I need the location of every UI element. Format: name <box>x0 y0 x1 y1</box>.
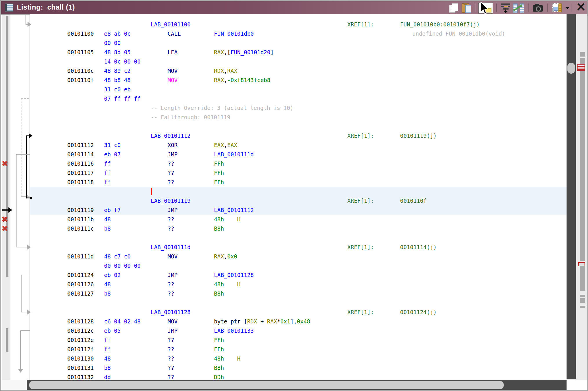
function-signature-field[interactable]: undefined FUN_00101db0(void) <box>412 29 505 38</box>
operand-field[interactable]: FUN_00101db0 <box>214 29 254 38</box>
listing-row[interactable]: 00101117ff??FFh <box>30 168 567 178</box>
bytes-field[interactable]: b8 <box>104 289 111 298</box>
vertical-scrollbar-thumb[interactable] <box>567 63 575 74</box>
listing-row[interactable]: 0010112fff??FFh <box>30 345 567 354</box>
label-field[interactable]: LAB_00101112 <box>151 131 190 140</box>
listing-row[interactable] <box>30 122 567 131</box>
listing-row[interactable]: 00101132dd??DDh <box>30 372 567 380</box>
listing-row[interactable]: 00101119eb f7JMPLAB_00101112 <box>30 205 567 215</box>
listing-panel[interactable]: LAB_00101100XREF[1]:FUN_001010b0:001010f… <box>30 14 567 380</box>
address-field[interactable]: 00101117 <box>67 168 94 178</box>
operand-field[interactable]: FFh <box>214 335 224 345</box>
operand-field[interactable]: LAB_00101128 <box>214 270 254 280</box>
mnemonic-field[interactable]: ?? <box>168 178 174 187</box>
mnemonic-field[interactable]: ?? <box>168 345 174 354</box>
close-button[interactable]: × <box>576 2 586 11</box>
mnemonic-field[interactable]: ?? <box>168 168 174 178</box>
listing-row[interactable]: -- Fallthrough: 00101119 <box>30 113 567 122</box>
address-field[interactable]: 00101105 <box>67 48 94 57</box>
mnemonic-field[interactable]: MOV <box>168 317 177 326</box>
mnemonic-field[interactable]: JMP <box>168 205 177 215</box>
mnemonic-field[interactable]: ?? <box>168 354 174 363</box>
bytes-field[interactable]: eb 02 <box>104 270 121 280</box>
xref-field[interactable]: 00101114(j) <box>400 242 437 252</box>
listing-row[interactable]: 0010111cb8??B8h <box>30 224 567 233</box>
diff-view-button[interactable] <box>513 3 524 13</box>
address-field[interactable]: 00101118 <box>67 178 94 187</box>
bytes-field[interactable]: 48 b8 48 <box>104 75 131 85</box>
operand-field[interactable]: FFh <box>214 178 224 187</box>
horizontal-scrollbar[interactable] <box>27 380 567 390</box>
address-field[interactable]: 00101127 <box>67 289 94 298</box>
bytes-field[interactable]: ff <box>104 178 111 187</box>
listing-row[interactable]: 0010110c48 89 c2MOVRDX,RAX <box>30 66 567 75</box>
bytes-field[interactable]: 48 89 c2 <box>104 66 131 75</box>
operand-field[interactable]: B8h <box>214 224 224 233</box>
xref-field[interactable]: FUN_001010b0:001010f7(j) <box>400 20 480 29</box>
toggle-header-button[interactable] <box>500 3 511 13</box>
address-field[interactable]: 0010112f <box>67 345 94 354</box>
operand-field[interactable]: LAB_00101133 <box>214 326 254 335</box>
listing-row[interactable] <box>30 298 567 307</box>
address-field[interactable]: 0010111c <box>67 224 94 233</box>
listing-row[interactable]: 0010110f48 b8 48MOVRAX,-0xf8143fceb8 <box>30 75 567 85</box>
mnemonic-field[interactable]: JMP <box>168 150 177 159</box>
address-field[interactable]: 0010110c <box>67 66 94 75</box>
address-field[interactable]: 0010111b <box>67 215 94 224</box>
bytes-field[interactable]: 48 <box>104 354 111 363</box>
listing-row[interactable]: -- Length Override: 3 (actual length is … <box>30 103 567 113</box>
paste-button[interactable] <box>461 3 472 13</box>
mnemonic-field[interactable]: JMP <box>168 326 177 335</box>
operand-field[interactable]: LAB_0010111d <box>214 150 254 159</box>
dropdown-arrow-icon[interactable] <box>565 7 569 9</box>
horizontal-scrollbar-thumb[interactable] <box>29 381 504 389</box>
bytes-field[interactable]: 31 c0 <box>104 140 121 150</box>
bytes-field[interactable]: b8 <box>104 363 111 372</box>
mnemonic-field[interactable]: LEA <box>168 48 177 57</box>
mnemonic-field[interactable]: ?? <box>168 215 174 224</box>
operand-field[interactable]: 48h H <box>214 354 241 363</box>
bytes-field[interactable]: b8 <box>104 224 111 233</box>
address-field[interactable]: 00101131 <box>67 363 94 372</box>
address-field[interactable]: 00101114 <box>67 150 94 159</box>
listing-row[interactable]: 0010112eff??FFh <box>30 335 567 345</box>
mnemonic-field[interactable]: ?? <box>168 280 174 289</box>
bytes-field[interactable]: 48 c7 c0 <box>104 252 131 261</box>
bytes-field[interactable]: 00 00 00 00 <box>104 261 141 270</box>
address-field[interactable]: 00101128 <box>67 317 94 326</box>
listing-row[interactable]: 00 00 00 00 <box>30 261 567 270</box>
bytes-field[interactable]: c6 04 02 48 <box>104 317 141 326</box>
listing-row[interactable]: 00101100e8 ab 0cCALLFUN_00101db0undefine… <box>30 29 567 38</box>
mnemonic-field[interactable]: ?? <box>168 335 174 345</box>
label-field[interactable]: LAB_00101100 <box>151 20 190 29</box>
mnemonic-field[interactable]: XOR <box>168 140 177 150</box>
bytes-field[interactable]: 48 8d 05 <box>104 48 131 57</box>
operand-field[interactable]: DDh <box>214 372 224 380</box>
listing-row[interactable]: 07 ff ff ff <box>30 94 567 103</box>
bytes-field[interactable]: ff <box>104 159 111 168</box>
mnemonic-field[interactable]: JMP <box>168 270 177 280</box>
listing-row[interactable]: 0010111231 c0XOREAX,EAX <box>30 140 567 150</box>
mnemonic-field[interactable]: ?? <box>168 159 174 168</box>
xref-header-field[interactable]: XREF[1]: <box>347 307 374 317</box>
operand-field[interactable]: RAX,0x0 <box>214 252 237 261</box>
operand-field[interactable]: EAX,EAX <box>214 140 237 150</box>
listing-row[interactable]: 0010111d48 c7 c0MOVRAX,0x0 <box>30 252 567 261</box>
address-field[interactable]: 00101126 <box>67 280 94 289</box>
operand-field[interactable]: FFh <box>214 159 224 168</box>
operand-field[interactable]: B8h <box>214 289 224 298</box>
address-field[interactable]: 0010112e <box>67 335 94 345</box>
listing-row[interactable]: 00101114eb 07JMPLAB_0010111d <box>30 150 567 159</box>
address-field[interactable]: 0010110f <box>67 75 94 85</box>
mnemonic-field[interactable]: MOV <box>168 75 177 85</box>
listing-row[interactable]: 00101128c6 04 02 48MOVbyte ptr [RDX + RA… <box>30 317 567 326</box>
listing-row[interactable]: 0010111b48??48h H <box>30 215 567 224</box>
bytes-field[interactable]: eb 07 <box>104 150 121 159</box>
operand-field[interactable]: FFh <box>214 168 224 178</box>
bytes-field[interactable]: 07 ff ff ff <box>104 94 141 103</box>
mnemonic-field[interactable]: ?? <box>168 363 174 372</box>
overview-error-marker-icon[interactable] <box>578 262 585 266</box>
listing-row[interactable]: LAB_00101128XREF[1]:00101124(j) <box>30 307 567 317</box>
bytes-field[interactable]: eb 05 <box>104 326 121 335</box>
listing-row[interactable] <box>30 187 567 196</box>
